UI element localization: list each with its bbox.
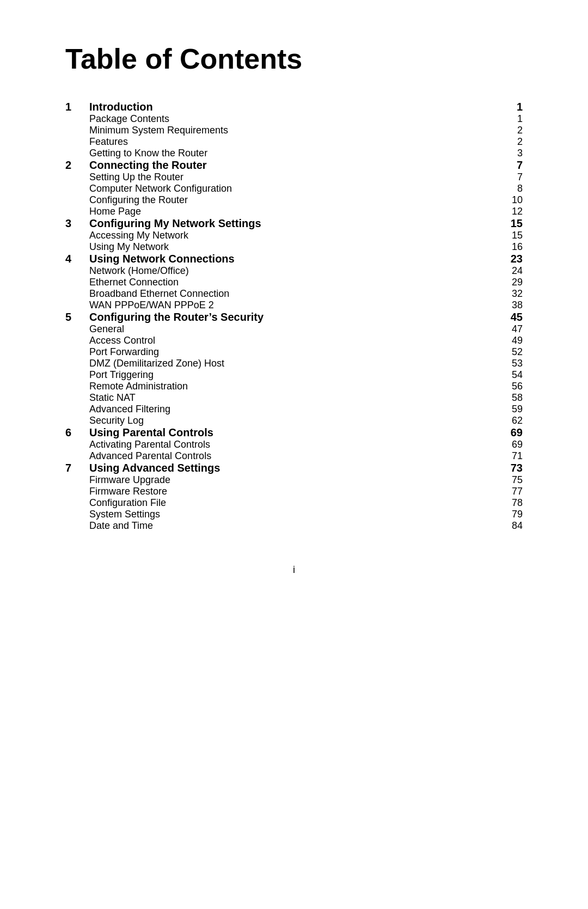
subsection-title: Network (Home/Office) xyxy=(89,265,483,277)
subsection-page: 8 xyxy=(483,183,523,194)
subsection-row: Configuring the Router10 xyxy=(65,194,523,206)
subsection-row: DMZ (Demilitarized Zone) Host53 xyxy=(65,358,523,369)
chapter-page: 1 xyxy=(483,101,523,113)
subsection-title: Features xyxy=(89,136,483,148)
subsection-page: 54 xyxy=(483,369,523,381)
subsection-page: 2 xyxy=(483,125,523,136)
subsection-page: 79 xyxy=(483,509,523,520)
subsection-page: 59 xyxy=(483,404,523,415)
subsection-title: WAN PPPoE/WAN PPPoE 2 xyxy=(89,300,483,311)
chapter-row: 2Connecting the Router7 xyxy=(65,159,523,172)
subsection-title: Getting to Know the Router xyxy=(89,148,483,159)
subsection-title: Using My Network xyxy=(89,241,483,253)
subsection-title: Security Log xyxy=(89,415,483,426)
subsection-page: 75 xyxy=(483,474,523,486)
subsection-title: Port Triggering xyxy=(89,369,483,381)
chapter-title: Using Network Connections xyxy=(89,253,483,265)
chapter-row: 6Using Parental Controls69 xyxy=(65,426,523,439)
subsection-page: 56 xyxy=(483,381,523,392)
subsection-row: System Settings79 xyxy=(65,509,523,520)
subsection-row: Home Page12 xyxy=(65,206,523,217)
subsection-title: Configuration File xyxy=(89,497,483,509)
toc-table: 1Introduction1Package Contents1Minimum S… xyxy=(65,101,523,532)
chapter-row: 3Configuring My Network Settings15 xyxy=(65,217,523,230)
subsection-title: Activating Parental Controls xyxy=(89,439,483,450)
subsection-title: Firmware Upgrade xyxy=(89,474,483,486)
subsection-page: 69 xyxy=(483,439,523,450)
subsection-row: Access Control49 xyxy=(65,335,523,346)
subsection-title: Computer Network Configuration xyxy=(89,183,483,194)
subsection-page: 77 xyxy=(483,486,523,497)
subsection-title: Advanced Parental Controls xyxy=(89,450,483,462)
subsection-row: Firmware Upgrade75 xyxy=(65,474,523,486)
subsection-row: Advanced Filtering59 xyxy=(65,404,523,415)
chapter-number: 4 xyxy=(65,253,89,265)
subsection-row: Minimum System Requirements2 xyxy=(65,125,523,136)
subsection-page: 16 xyxy=(483,241,523,253)
subsection-row: Activating Parental Controls69 xyxy=(65,439,523,450)
chapter-page: 23 xyxy=(483,253,523,265)
subsection-row: Date and Time84 xyxy=(65,520,523,532)
subsection-title: Ethernet Connection xyxy=(89,277,483,288)
subsection-title: Configuring the Router xyxy=(89,194,483,206)
subsection-row: Advanced Parental Controls71 xyxy=(65,450,523,462)
subsection-row: Setting Up the Router7 xyxy=(65,172,523,183)
subsection-title: Package Contents xyxy=(89,113,483,125)
subsection-row: Getting to Know the Router3 xyxy=(65,148,523,159)
subsection-page: 3 xyxy=(483,148,523,159)
subsection-title: Minimum System Requirements xyxy=(89,125,483,136)
subsection-title: DMZ (Demilitarized Zone) Host xyxy=(89,358,483,369)
chapter-title: Using Advanced Settings xyxy=(89,462,483,474)
subsection-page: 53 xyxy=(483,358,523,369)
subsection-title: Home Page xyxy=(89,206,483,217)
subsection-row: Static NAT58 xyxy=(65,392,523,404)
subsection-page: 24 xyxy=(483,265,523,277)
chapter-title: Configuring My Network Settings xyxy=(89,217,483,230)
subsection-row: Computer Network Configuration8 xyxy=(65,183,523,194)
chapter-title: Configuring the Router’s Security xyxy=(89,311,483,324)
subsection-title: Date and Time xyxy=(89,520,483,532)
subsection-title: Access Control xyxy=(89,335,483,346)
subsection-title: General xyxy=(89,324,483,335)
subsection-row: Package Contents1 xyxy=(65,113,523,125)
subsection-page: 29 xyxy=(483,277,523,288)
subsection-title: Broadband Ethernet Connection xyxy=(89,288,483,300)
subsection-row: Port Forwarding52 xyxy=(65,346,523,358)
subsection-page: 62 xyxy=(483,415,523,426)
subsection-title: Accessing My Network xyxy=(89,230,483,241)
chapter-row: 7Using Advanced Settings73 xyxy=(65,462,523,474)
chapter-number: 1 xyxy=(65,101,89,113)
chapter-number: 7 xyxy=(65,462,89,474)
chapter-title: Connecting the Router xyxy=(89,159,483,172)
page-title: Table of Contents xyxy=(65,44,523,75)
subsection-page: 7 xyxy=(483,172,523,183)
chapter-row: 5Configuring the Router’s Security45 xyxy=(65,311,523,324)
subsection-page: 84 xyxy=(483,520,523,532)
subsection-row: Security Log62 xyxy=(65,415,523,426)
subsection-page: 32 xyxy=(483,288,523,300)
subsection-title: Advanced Filtering xyxy=(89,404,483,415)
subsection-page: 12 xyxy=(483,206,523,217)
subsection-page: 52 xyxy=(483,346,523,358)
subsection-row: Using My Network16 xyxy=(65,241,523,253)
subsection-row: Features2 xyxy=(65,136,523,148)
subsection-row: Port Triggering54 xyxy=(65,369,523,381)
subsection-row: Network (Home/Office)24 xyxy=(65,265,523,277)
chapter-title: Using Parental Controls xyxy=(89,426,483,439)
chapter-number: 3 xyxy=(65,217,89,230)
subsection-page: 1 xyxy=(483,113,523,125)
subsection-row: Firmware Restore77 xyxy=(65,486,523,497)
subsection-row: Configuration File78 xyxy=(65,497,523,509)
subsection-page: 38 xyxy=(483,300,523,311)
chapter-row: 4Using Network Connections23 xyxy=(65,253,523,265)
chapter-number: 6 xyxy=(65,426,89,439)
chapter-row: 1Introduction1 xyxy=(65,101,523,113)
subsection-page: 49 xyxy=(483,335,523,346)
chapter-page: 7 xyxy=(483,159,523,172)
chapter-number: 2 xyxy=(65,159,89,172)
subsection-title: Firmware Restore xyxy=(89,486,483,497)
chapter-page: 15 xyxy=(483,217,523,230)
subsection-row: Broadband Ethernet Connection32 xyxy=(65,288,523,300)
chapter-page: 73 xyxy=(483,462,523,474)
subsection-page: 78 xyxy=(483,497,523,509)
